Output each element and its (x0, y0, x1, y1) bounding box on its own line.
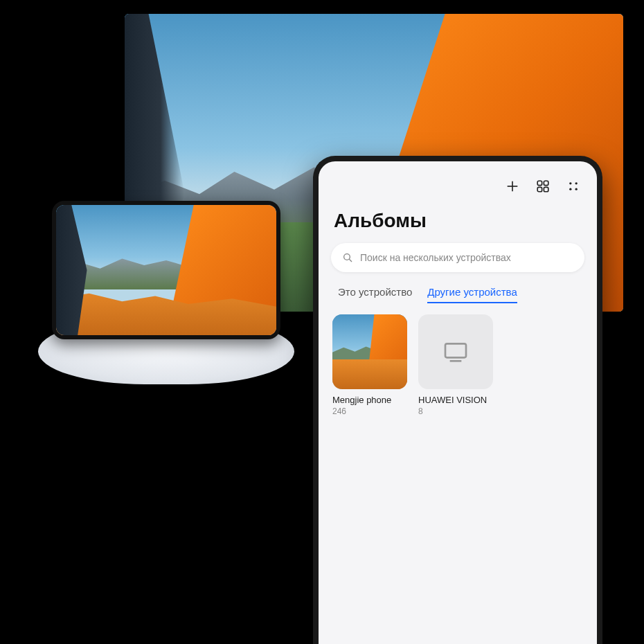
svg-point-9 (575, 188, 578, 190)
more-icon[interactable] (565, 178, 582, 195)
grid-icon[interactable] (535, 178, 551, 195)
device-count-label: 246 (332, 406, 407, 416)
device-count-label: 8 (418, 406, 493, 416)
primary-phone-frame: Альбомы Поиск на нескольких устройствах … (313, 156, 602, 644)
search-icon (342, 252, 353, 263)
device-thumbnail[interactable] (418, 314, 493, 389)
svg-rect-4 (537, 187, 542, 191)
search-placeholder: Поиск на нескольких устройствах (360, 252, 511, 263)
tab-other-devices[interactable]: Другие устройства (427, 286, 517, 303)
secondary-phone-image (52, 201, 280, 339)
devices-grid: Mengjie phone 246 HUAWEI VISION 8 (331, 314, 584, 416)
tab-this-device[interactable]: Это устройство (338, 286, 412, 303)
svg-point-10 (344, 254, 350, 260)
svg-line-11 (349, 259, 352, 262)
device-name-label: HUAWEI VISION (418, 395, 493, 405)
toolbar (331, 174, 584, 207)
svg-point-7 (575, 182, 578, 184)
gallery-app-screen: Альбомы Поиск на нескольких устройствах … (319, 161, 597, 644)
device-tabs: Это устройство Другие устройства (331, 286, 584, 314)
device-name-label: Mengjie phone (332, 395, 407, 405)
svg-point-6 (569, 182, 571, 184)
svg-rect-2 (537, 181, 542, 185)
svg-rect-12 (445, 343, 466, 357)
tv-icon (442, 338, 469, 366)
svg-rect-5 (544, 187, 548, 191)
device-thumbnail[interactable] (332, 314, 407, 389)
search-input[interactable]: Поиск на нескольких устройствах (331, 243, 584, 272)
page-title: Альбомы (331, 207, 584, 243)
device-card-tv[interactable]: HUAWEI VISION 8 (418, 314, 493, 416)
device-card-phone[interactable]: Mengjie phone 246 (332, 314, 407, 416)
svg-point-8 (569, 188, 571, 190)
svg-rect-3 (544, 181, 548, 185)
plus-icon[interactable] (504, 178, 521, 195)
